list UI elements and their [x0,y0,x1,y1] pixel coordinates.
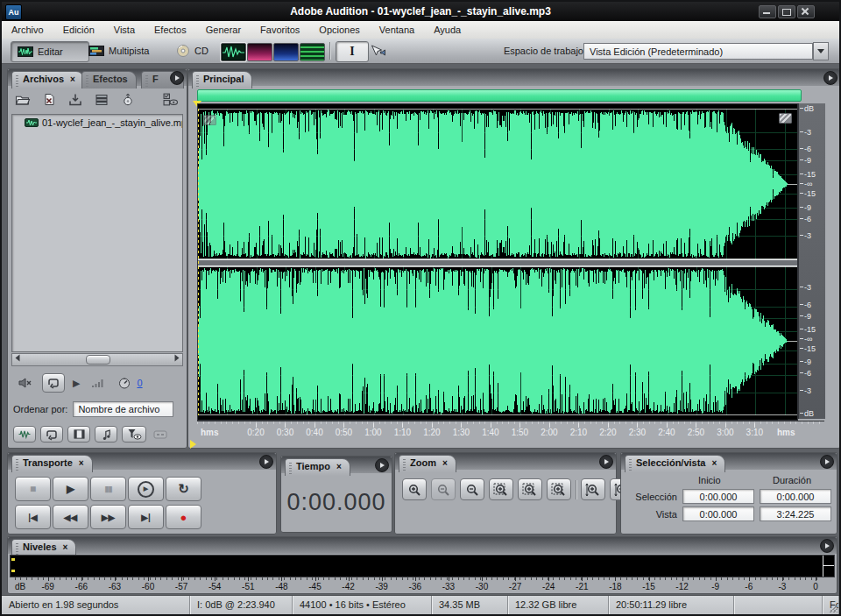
db-label: -9 [804,157,811,164]
spectral-phase-button[interactable] [300,43,325,61]
cd-view-button[interactable]: CD [170,41,228,60]
zoom-to-selection-button[interactable] [489,478,513,500]
transport-panel-menu-button[interactable] [259,455,273,469]
db-label: dB [804,105,814,112]
autoplay-dial-icon[interactable] [115,375,134,392]
zoom-in-button[interactable] [402,478,427,500]
scrub-tool-button[interactable] [360,41,395,60]
menu-item-vista[interactable]: Vista [104,22,145,39]
zoom-panel-menu-button[interactable] [599,455,613,469]
scroll-left-arrow[interactable] [14,356,21,360]
zoom-selection-right-button[interactable] [547,478,571,500]
sort-label: Ordenar por: [13,404,67,414]
play-button[interactable]: ▶ [53,477,88,501]
zoom-out-full-button[interactable] [460,478,484,500]
zoom-out-button[interactable] [431,478,456,500]
sort-select[interactable]: Nombre de archivo [73,401,173,417]
tab-close-icon[interactable]: × [70,74,75,84]
zoom-in-vertical-button[interactable] [581,478,605,500]
go-to-beginning-button[interactable]: |◀ [15,505,51,529]
time-panel-menu-button[interactable] [375,458,389,472]
amplitude-ruler[interactable]: dB-3-6-9-15-∞-15-9-6-3-3-6-9-15-∞-15-9-6… [798,103,825,419]
zoom-selection-left-button[interactable] [518,478,542,500]
menu-item-favoritos[interactable]: Favoritos [251,22,309,39]
vertical-zoom-handle-right[interactable] [779,113,792,124]
file-list-hscrollbar[interactable] [11,353,183,366]
file-list[interactable]: 01-wyclef_jean_-_stayin_alive.mp3 [11,114,183,352]
view-start-field[interactable]: 0:00.000 [682,506,754,521]
filter-view-button[interactable] [122,426,146,443]
mute-preview-icon[interactable] [15,375,34,392]
multitrack-view-button[interactable]: Multipista [82,41,175,60]
db-label: -9 [804,204,811,211]
insert-cd-icon[interactable] [118,91,138,108]
tab-close-icon[interactable]: × [63,542,68,552]
main-panel-menu-button[interactable] [823,71,837,85]
stop-button[interactable]: ■ [15,477,51,501]
edit-view-button[interactable]: Editar [11,41,89,62]
overview-navigation-bar[interactable] [197,89,802,102]
col-duracion-label: Duración [773,475,811,485]
level-meter[interactable] [10,555,835,577]
playhead-bottom-marker[interactable] [190,440,196,449]
preview-volume-icon[interactable] [88,375,107,392]
files-panel-menu-button[interactable] [170,71,184,85]
view-duration-field[interactable]: 3:24.225 [760,506,831,521]
selection-panel-menu-button[interactable] [820,455,834,469]
open-file-icon[interactable] [13,91,32,108]
selection-start-field[interactable]: 0:00.000 [682,489,754,504]
vertical-zoom-handle-left[interactable] [203,115,216,125]
show-midi-files-button[interactable] [95,426,117,443]
loop-preview-button[interactable] [42,373,65,393]
import-file-icon[interactable] [66,91,85,108]
workspace-dropdown-arrow[interactable] [813,42,829,60]
scroll-thumb[interactable] [86,355,110,365]
selection-duration-field[interactable]: 0:00.000 [760,489,831,504]
menu-item-opciones[interactable]: Opciones [309,22,369,39]
autoplay-count-link[interactable]: 0 [137,378,142,388]
scroll-right-arrow[interactable] [173,356,180,360]
status-segment-2: 44100 • 16 bits • Estéreo [293,596,432,615]
spectral-frequency-button[interactable] [247,43,272,61]
insert-multitrack-icon[interactable] [92,91,111,108]
menu-item-ventana[interactable]: Ventana [370,22,424,39]
show-audio-files-button[interactable] [13,426,36,443]
close-file-icon[interactable] [39,91,59,108]
show-video-files-button[interactable] [67,426,90,443]
waveform-display-button[interactable] [221,43,246,61]
menu-item-archivo[interactable]: Archivo [2,22,53,39]
spectral-pan-button[interactable] [273,43,299,61]
menu-item-generar[interactable]: Generar [196,22,251,39]
tab-close-icon[interactable]: × [712,458,717,468]
level-tick [81,577,82,581]
menu-item-edicin[interactable]: Edición [53,22,104,39]
show-loop-files-button[interactable] [40,426,63,443]
resize-grip[interactable] [829,604,837,612]
level-tick [615,577,616,581]
tab-close-icon[interactable]: × [442,458,448,468]
maximize-button[interactable] [778,5,795,18]
menu-item-efectos[interactable]: Efectos [145,22,196,39]
time-ruler[interactable]: 0:200:300:400:501:001:101:201:301:401:50… [197,421,824,439]
levels-panel-menu-button[interactable] [820,539,834,553]
tab-close-icon[interactable]: × [336,462,342,471]
tab-close-icon[interactable]: × [79,458,84,468]
close-button[interactable] [797,5,815,18]
file-list-item[interactable]: 01-wyclef_jean_-_stayin_alive.mp3 [12,115,182,128]
menu-item-ayuda[interactable]: Ayuda [424,22,470,39]
row-seleccion-label: Selección [628,492,677,502]
preview-play-icon[interactable]: ▶ [73,378,80,389]
record-button[interactable]: ● [166,505,201,529]
show-options-icon[interactable] [160,91,180,108]
rewind-button[interactable]: ◀◀ [53,505,88,529]
waveform-display[interactable] [197,103,798,421]
workspace-selector[interactable]: Vista Edición (Predeterminado) [583,42,829,60]
stereo-waveform[interactable] [198,104,797,420]
minimize-button[interactable] [759,5,776,18]
play-looped-button[interactable]: ↻ [166,477,201,501]
go-to-end-button[interactable]: ▶| [128,505,164,529]
window-title: Adobe Audition - 01-wyclef_jean_-_stayin… [2,5,839,18]
pause-button[interactable]: ▮▮ [90,477,126,501]
play-from-cursor-button[interactable]: ▶ [128,477,164,501]
fast-forward-button[interactable]: ▶▶ [90,505,126,529]
